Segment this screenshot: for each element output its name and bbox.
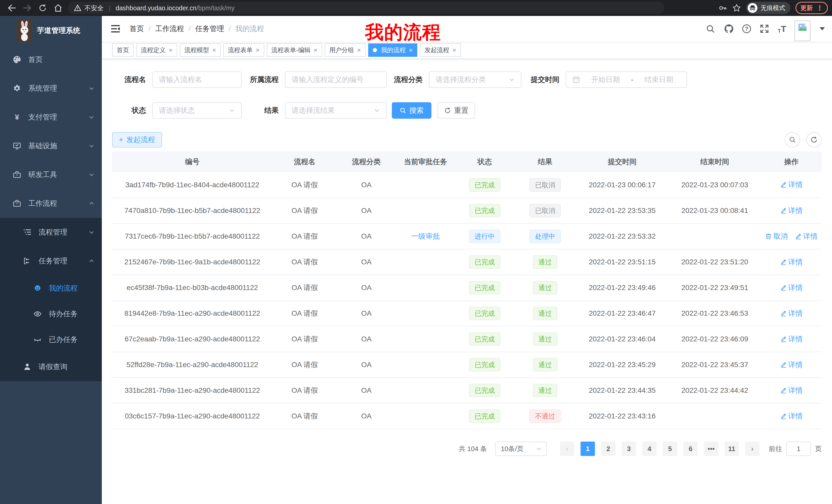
tab-process-def[interactable]: 流程定义× bbox=[136, 44, 177, 57]
page-button-11[interactable]: 11 bbox=[725, 442, 739, 456]
detail-action[interactable]: 详情 bbox=[780, 360, 803, 370]
detail-action[interactable]: 详情 bbox=[780, 283, 803, 292]
key-icon[interactable] bbox=[718, 4, 727, 12]
next-page-button[interactable]: › bbox=[745, 442, 759, 456]
detail-action[interactable]: 详情 bbox=[780, 257, 803, 267]
page-size-select[interactable]: 10条/页 bbox=[495, 442, 547, 456]
detail-action[interactable]: 详情 bbox=[780, 180, 803, 190]
sidebar-item-payment[interactable]: ¥ 支付管理 bbox=[0, 103, 102, 132]
prev-page-button[interactable]: ‹ bbox=[560, 442, 574, 456]
sidebar-item-process-mgmt[interactable]: 流程管理 bbox=[0, 218, 102, 247]
github-icon[interactable] bbox=[724, 24, 734, 34]
detail-action[interactable]: 详情 bbox=[795, 231, 817, 241]
close-icon[interactable]: × bbox=[314, 47, 317, 53]
page-button-5[interactable]: 5 bbox=[663, 442, 677, 456]
close-icon[interactable]: × bbox=[452, 47, 456, 53]
breadcrumb-item[interactable]: 首页 bbox=[130, 24, 144, 34]
category-select[interactable]: 请选择流程分类 bbox=[429, 72, 521, 88]
sidebar-item-done-tasks[interactable]: 已办任务 bbox=[0, 327, 102, 353]
result-select[interactable]: 请选择流结果 bbox=[285, 102, 387, 119]
chevron-down-icon bbox=[88, 114, 95, 120]
sidebar-item-devtools[interactable]: 研发工具 bbox=[0, 160, 102, 189]
sidebar-item-todo-tasks[interactable]: 待办任务 bbox=[0, 301, 102, 327]
avatar-dropdown-icon[interactable] bbox=[820, 27, 825, 30]
cancel-action[interactable]: 取消 bbox=[765, 231, 788, 241]
sidebar-item-task-mgmt[interactable]: 任务管理 bbox=[0, 247, 102, 275]
detail-action[interactable]: 详情 bbox=[780, 309, 803, 318]
submit-time: 2022-01-22 23:46:04 bbox=[589, 335, 656, 343]
hamburger-icon[interactable] bbox=[110, 23, 121, 34]
tab-start-process[interactable]: 发起流程× bbox=[420, 44, 461, 57]
security-label[interactable]: 不安全 bbox=[84, 4, 104, 12]
tab-my-process[interactable]: 我的流程× bbox=[368, 44, 417, 57]
tab-user-group[interactable]: 用户分组× bbox=[325, 44, 366, 57]
process-name-input[interactable] bbox=[152, 72, 242, 88]
detail-action[interactable]: 详情 bbox=[780, 411, 803, 421]
sidebar-logo[interactable]: 芋道管理系统 bbox=[0, 16, 102, 45]
tab-process-form-edit[interactable]: 流程表单-编辑× bbox=[267, 44, 322, 57]
current-task-link[interactable]: 一级审批 bbox=[411, 232, 440, 240]
browser-refresh-icon[interactable] bbox=[35, 0, 50, 16]
process-def-input[interactable] bbox=[285, 72, 387, 88]
sidebar-item-home[interactable]: 首页 bbox=[0, 45, 102, 74]
avatar[interactable] bbox=[795, 21, 810, 41]
breadcrumb-item[interactable]: 工作流程 bbox=[155, 24, 184, 34]
sidebar-item-infra[interactable]: 基础设施 bbox=[0, 132, 102, 160]
close-icon[interactable]: × bbox=[409, 47, 413, 53]
help-icon[interactable]: ? bbox=[742, 24, 751, 33]
breadcrumb-item[interactable]: 任务管理 bbox=[196, 24, 224, 34]
sidebar-item-system[interactable]: 系统管理 bbox=[0, 74, 102, 103]
reset-button[interactable]: 重置 bbox=[438, 102, 475, 119]
browser-home-icon[interactable] bbox=[50, 0, 66, 16]
page-button-3[interactable]: 3 bbox=[622, 442, 636, 456]
detail-action[interactable]: 详情 bbox=[780, 386, 803, 395]
create-process-button[interactable]: + 发起流程 bbox=[112, 132, 162, 147]
sidebar-item-my-process[interactable]: 我的流程 bbox=[0, 275, 102, 301]
process-name: OA 请假 bbox=[291, 335, 318, 343]
tab-process-form[interactable]: 流程表单× bbox=[223, 44, 264, 57]
font-size-icon[interactable]: TT bbox=[778, 24, 786, 34]
detail-action[interactable]: 详情 bbox=[780, 334, 803, 344]
close-icon[interactable]: × bbox=[256, 47, 259, 53]
page-button-4[interactable]: 4 bbox=[642, 442, 657, 456]
tab-process-model[interactable]: 流程模型× bbox=[180, 44, 220, 57]
fullscreen-icon[interactable] bbox=[759, 24, 770, 34]
status-select[interactable]: 请选择状态 bbox=[152, 102, 242, 119]
jump-prefix: 前往 bbox=[769, 444, 782, 453]
search-button[interactable]: 搜索 bbox=[392, 102, 432, 119]
column-header: 流程分类 bbox=[337, 151, 396, 172]
detail-action[interactable]: 详情 bbox=[780, 206, 803, 216]
page-button-6[interactable]: 6 bbox=[683, 442, 698, 456]
sidebar-item-leave-query[interactable]: 请假查询 bbox=[0, 353, 102, 381]
chevron-down-icon bbox=[509, 77, 515, 83]
jump-page-input[interactable]: 1 bbox=[786, 442, 811, 456]
browser-chrome: 不安全 | dashboard.yudao.iocoder.cn/bpm/tas… bbox=[0, 0, 832, 16]
browser-back-icon[interactable] bbox=[4, 0, 20, 16]
tab-home[interactable]: 首页 bbox=[112, 44, 134, 57]
sidebar-item-workflow[interactable]: 工作流程 bbox=[0, 189, 102, 218]
table-row: 67c2eaab-7b9a-11ec-a290-acde48001122 OA … bbox=[112, 326, 822, 352]
filter-label: 结果 bbox=[242, 106, 285, 115]
close-icon[interactable]: × bbox=[169, 47, 173, 53]
page-ellipsis[interactable]: ••• bbox=[704, 442, 718, 456]
column-header: 编号 bbox=[112, 151, 272, 172]
show-search-toggle-button[interactable] bbox=[785, 132, 800, 147]
pagination: 共 104 条 10条/页 ‹ 1 2 3 4 5 6 ••• 11 › 前往 … bbox=[112, 442, 822, 456]
browser-menu-icon[interactable]: ⋮ bbox=[816, 4, 823, 12]
chevron-down-icon bbox=[88, 229, 95, 235]
end-time: 2022-01-23 00:07:03 bbox=[681, 181, 748, 189]
browser-forward-icon[interactable] bbox=[20, 0, 35, 16]
page-button-2[interactable]: 2 bbox=[601, 442, 616, 456]
close-icon[interactable]: × bbox=[212, 47, 216, 53]
bookmark-star-icon[interactable] bbox=[732, 4, 741, 12]
submit-time-range[interactable]: 开始日期 - 结束日期 bbox=[566, 72, 687, 88]
close-icon[interactable]: × bbox=[357, 47, 361, 53]
page-button-1[interactable]: 1 bbox=[580, 442, 595, 456]
sidebar-item-label: 基础设施 bbox=[28, 141, 81, 151]
browser-update-button[interactable]: 更新 ⋮ bbox=[796, 2, 828, 14]
process-category: OA bbox=[361, 335, 371, 343]
workflow-submenu: 流程管理 任务管理 我的流程 待办任务 已办任务 请假查询 bbox=[0, 218, 102, 381]
header-search-icon[interactable] bbox=[705, 24, 716, 34]
address-bar[interactable]: 不安全 | dashboard.yudao.iocoder.cn/bpm/tas… bbox=[68, 2, 665, 14]
refresh-table-button[interactable] bbox=[806, 132, 822, 147]
